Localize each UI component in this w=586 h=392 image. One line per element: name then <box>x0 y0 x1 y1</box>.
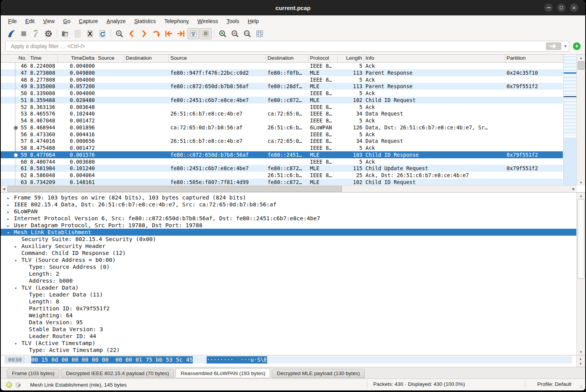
reload-capture-button[interactable] <box>96 28 108 39</box>
menu-wireless[interactable]: Wireless <box>193 17 222 26</box>
hex-row[interactable]: 0030 00 15 0d 00 00 00 00 00 00 00 01 75… <box>5 356 572 364</box>
packet-row[interactable]: 638.7342090.148161fe80::505e:f807:7f81:4… <box>1 179 563 186</box>
resize-grip[interactable] <box>580 385 583 389</box>
detail-line[interactable]: Length: 8 <box>1 298 585 305</box>
maximize-button[interactable] <box>557 3 566 12</box>
scroll-down-icon[interactable]: ▼ <box>577 179 585 186</box>
go-to-packet-button[interactable] <box>150 28 162 39</box>
packet-row[interactable]: 578.4740160.00065626:51:c6:b7:e8:ce:4b:e… <box>1 137 563 144</box>
column-header-info[interactable]: Info <box>364 55 505 62</box>
column-header-time[interactable]: Time <box>29 55 58 62</box>
packet-row[interactable]: 598.4770640.001576fe80::c872:650d:b7b8:5… <box>1 151 563 158</box>
packet-row[interactable]: 468.2240080.004000IEEE 8…5Ack <box>1 62 563 69</box>
detail-line[interactable]: ▸IEEE 802.15.4 Data, Dst: 26:51:c6:b7:e8… <box>1 201 585 208</box>
tab-decrypted-mle-payload-130-bytes[interactable]: Decrypted MLE payload (130 bytes) <box>272 369 365 378</box>
menu-analyze[interactable]: Analyze <box>102 17 130 26</box>
column-header-source[interactable]: Source <box>96 55 124 62</box>
column-header-source[interactable]: Source <box>169 55 266 62</box>
packet-row[interactable]: 608.4807440.003680IEEE 8…5Ack <box>1 158 563 165</box>
detail-line[interactable]: ▾TLV (Leader Data) <box>1 284 585 291</box>
add-filter-button[interactable]: + <box>573 42 581 50</box>
collapsed-arrow-icon[interactable]: ▸ <box>7 223 14 229</box>
hex-bytes-selected[interactable]: 00 15 0d 00 00 00 00 00 00 00 01 75 bb 5… <box>31 356 193 364</box>
filter-dropdown-caret[interactable]: ▼ <box>564 44 567 48</box>
hex-vscrollbar[interactable]: ▲ ▼ <box>576 356 585 367</box>
detail-line[interactable]: Type: Leader Data (11) <box>1 291 585 298</box>
zoom-in-button[interactable] <box>217 28 229 39</box>
expanded-arrow-icon[interactable]: ▾ <box>15 285 22 291</box>
detail-line[interactable]: Command: Child ID Response (12) <box>1 250 585 256</box>
column-header-timedelta[interactable]: TimeDelta <box>58 55 96 62</box>
restart-capture-button[interactable] <box>30 28 42 39</box>
packet-row[interactable]: 498.3350080.057200fe80::c872:650d:b7b8:5… <box>1 83 563 90</box>
collapsed-arrow-icon[interactable]: ▸ <box>7 202 14 208</box>
close-capture-button[interactable] <box>84 28 96 39</box>
capture-comment-icon[interactable] <box>15 382 21 388</box>
packet-row[interactable]: 488.2778080.004000IEEE 8…5Ack <box>1 76 563 83</box>
column-header-destination[interactable]: Destination <box>266 55 308 62</box>
resize-columns-button[interactable] <box>254 28 266 39</box>
menu-help[interactable]: Help <box>243 17 263 26</box>
profile-label[interactable]: Profile: Default <box>537 381 571 387</box>
scroll-right-icon[interactable]: ▶ <box>571 186 577 192</box>
menu-file[interactable]: File <box>4 17 21 26</box>
packet-row[interactable]: 618.5819840.101240fe80::2451:c6b7:e8ce:4… <box>1 165 563 172</box>
go-last-packet-button[interactable] <box>175 28 187 39</box>
expanded-arrow-icon[interactable]: ▾ <box>15 340 22 347</box>
detail-line[interactable]: Weighting: 64 <box>1 312 585 319</box>
close-button[interactable]: ✕ <box>570 3 578 12</box>
expanded-arrow-icon[interactable]: ▾ <box>15 257 22 263</box>
start-capture-button[interactable] <box>5 28 17 39</box>
packet-row[interactable]: 568.4733600.004416IEEE 8…5Ack <box>1 131 563 138</box>
expert-info-icon[interactable] <box>6 382 12 388</box>
packet-row[interactable]: 548.4670480.001472IEEE 8…5Ack <box>1 117 563 124</box>
detail-line[interactable]: ▸Auxiliary Security Header <box>1 243 585 250</box>
collapsed-arrow-icon[interactable]: ▸ <box>15 243 22 250</box>
detail-line[interactable]: Data Version: 95 <box>1 319 585 326</box>
expanded-arrow-icon[interactable]: ▾ <box>7 230 14 236</box>
collapsed-arrow-icon[interactable]: ▸ <box>7 195 14 201</box>
display-filter-input[interactable] <box>8 43 546 50</box>
scroll-down-icon[interactable]: ▼ <box>577 361 584 366</box>
detail-line[interactable]: ▾TLV (Active Timestamp) <box>1 340 585 347</box>
packet-row[interactable]: 588.4754880.001472IEEE 8…5Ack <box>1 144 563 151</box>
packet-row[interactable]: 538.4655760.10244026:51:c6:b7:e8:ce:4b:e… <box>1 110 563 117</box>
detail-line[interactable]: ▾Mesh Link Establishment <box>1 229 585 236</box>
vscroll-thumb[interactable] <box>578 61 584 70</box>
go-first-packet-button[interactable] <box>163 28 175 39</box>
detail-line[interactable]: Leader Router ID: 44 <box>1 333 585 340</box>
packet-row[interactable]: 518.3594880.020480fe80::2451:c6b7:e8ce:4… <box>1 97 563 104</box>
detail-line[interactable]: ▾TLV (Source Address = b0:00) <box>1 256 585 263</box>
menu-view[interactable]: View <box>39 17 59 26</box>
detail-line[interactable]: Length: 2 <box>1 270 585 277</box>
scroll-left-icon[interactable]: ◀ <box>1 186 7 192</box>
column-header-destination[interactable]: Destination <box>124 55 169 62</box>
go-back-button[interactable] <box>126 28 138 39</box>
stop-capture-button[interactable] <box>18 28 30 39</box>
detail-line[interactable]: ▸Frame 59: 103 bytes on wire (824 bits),… <box>1 194 585 201</box>
scroll-up-icon[interactable]: ▲ <box>577 193 585 199</box>
tab-reassembled-6lowpan-193-bytes[interactable]: Reassembled 6LoWPAN (193 bytes) <box>175 368 270 378</box>
packet-row[interactable]: 528.3631360.003648IEEE 8…5Ack <box>1 104 563 111</box>
go-forward-button[interactable] <box>138 28 150 39</box>
scroll-down-icon[interactable]: ▼ <box>577 349 585 355</box>
find-packet-button[interactable]: A <box>113 28 125 39</box>
detail-line[interactable]: Security Suite: 802.15.4 Security (0x00) <box>1 236 585 243</box>
apply-filter-button[interactable] <box>546 42 561 50</box>
packet-list-vscrollbar[interactable]: ▲ ▼ <box>576 55 585 186</box>
packet-row[interactable]: 508.3390080.004000IEEE 8…5Ack <box>1 90 563 97</box>
packet-row[interactable]: 558.4689440.001896ca:72:65:0d:b7:b8:56:a… <box>1 124 563 131</box>
hscroll-thumb[interactable] <box>7 186 342 192</box>
detail-line[interactable]: Address: b000 <box>1 277 585 284</box>
intelligent-scrollbar-minimap[interactable] <box>563 55 577 186</box>
open-capture-button[interactable] <box>59 28 71 39</box>
hex-ascii-selected[interactable]: ········ ···u·S\E <box>207 356 267 364</box>
menu-edit[interactable]: Edit <box>21 17 39 26</box>
column-header-protocol[interactable]: Protocol <box>308 55 338 62</box>
detail-line[interactable]: Type: Source Address (0) <box>1 263 585 270</box>
menu-statistics[interactable]: Statistics <box>130 17 160 26</box>
collapsed-arrow-icon[interactable]: ▸ <box>7 209 14 215</box>
colorize-packets-button[interactable] <box>200 28 212 39</box>
tab-frame-103-bytes[interactable]: Frame (103 bytes) <box>7 369 59 378</box>
display-filter-input-box[interactable]: ▼ <box>5 41 569 52</box>
